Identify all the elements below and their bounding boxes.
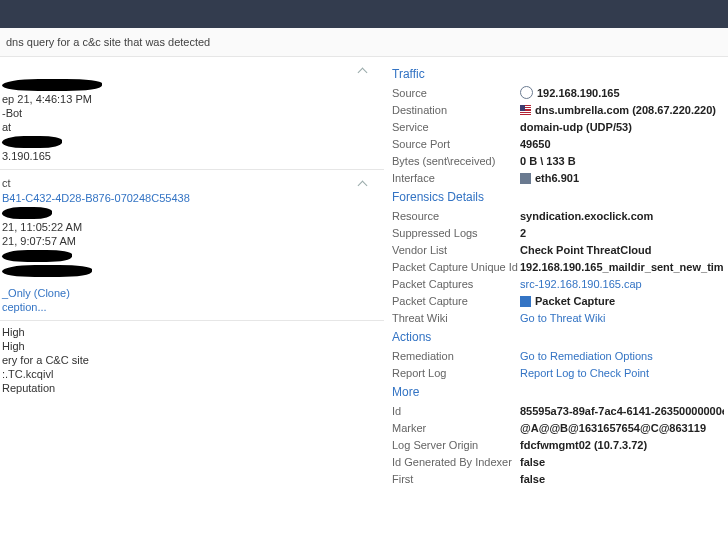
- label: Log Server Origin: [392, 439, 520, 451]
- value-source-port: 49650: [520, 138, 724, 150]
- flag-us-icon: [520, 105, 531, 116]
- label: Resource: [392, 210, 520, 222]
- section-more-title: More: [392, 385, 724, 399]
- exception-link[interactable]: ception...: [2, 301, 47, 313]
- value-suppressed: 2: [520, 227, 724, 239]
- value-marker: @A@@B@1631657654@C@863119: [520, 422, 724, 434]
- chevron-up-icon: [358, 181, 368, 191]
- severity-2: High: [0, 339, 384, 353]
- label: Source Port: [392, 138, 520, 150]
- right-panel: Traffic Source192.168.190.165 Destinatio…: [386, 57, 728, 534]
- label: Packet Capture Unique Id: [392, 261, 520, 273]
- pcap-download-link[interactable]: src-192.168.190.165.cap: [520, 278, 642, 290]
- section-header: ct: [0, 174, 384, 191]
- label: Bytes (sent\received): [392, 155, 520, 167]
- value-interface: eth6.901: [520, 172, 724, 184]
- redacted-field: [0, 77, 384, 92]
- label: Service: [392, 121, 520, 133]
- uuid-link[interactable]: B41-C432-4D28-B876-070248C55438: [2, 192, 190, 204]
- label: Source: [392, 87, 520, 99]
- section-traffic-title: Traffic: [392, 67, 724, 81]
- label: Destination: [392, 104, 520, 116]
- value-packet-capture: Packet Capture: [520, 295, 724, 307]
- threat-wiki-link[interactable]: Go to Threat Wiki: [520, 312, 605, 324]
- event-description: dns query for a c&c site that was detect…: [0, 28, 728, 57]
- value-service: domain-udp (UDP/53): [520, 121, 724, 133]
- label: Report Log: [392, 367, 520, 379]
- section-forensics-title: Forensics Details: [392, 190, 724, 204]
- remediation-link[interactable]: Go to Remediation Options: [520, 350, 653, 362]
- redacted-field: [0, 205, 384, 220]
- main-content: ep 21, 4:46:13 PM -Bot at 3.190.165 ct B…: [0, 57, 728, 534]
- severity-1: High: [0, 325, 384, 339]
- value-source-ip: 192.168.190.165: [520, 86, 724, 99]
- profile-line-1: -Bot: [0, 106, 384, 120]
- top-bar: [0, 0, 728, 28]
- policy-clone-link[interactable]: _Only (Clone): [2, 287, 70, 299]
- profile-line-2: at: [0, 120, 384, 134]
- label: Packet Capture: [392, 295, 520, 307]
- redacted-field: [0, 263, 384, 278]
- value-generated: false: [520, 456, 724, 468]
- source-ip: 3.190.165: [0, 149, 384, 163]
- timestamp-2: 21, 9:07:57 AM: [0, 234, 384, 248]
- value-pcap-id: 192.168.190.165_maildir_sent_new_time163…: [520, 261, 724, 273]
- packet-capture-icon: [520, 296, 531, 307]
- collapse-toggle[interactable]: [0, 63, 384, 77]
- label: First: [392, 473, 520, 485]
- label: Interface: [392, 172, 520, 184]
- value-resource: syndication.exoclick.com: [520, 210, 724, 222]
- event-time: ep 21, 4:46:13 PM: [0, 92, 384, 106]
- label: Threat Wiki: [392, 312, 520, 324]
- label: Marker: [392, 422, 520, 434]
- value-log-id: 85595a73-89af-7ac4-6141-26350000000e: [520, 405, 724, 417]
- redacted-field: [0, 248, 384, 263]
- chevron-up-icon: [358, 68, 368, 77]
- label: Suppressed Logs: [392, 227, 520, 239]
- value-bytes: 0 B \ 133 B: [520, 155, 724, 167]
- timestamp-1: 21, 11:05:22 AM: [0, 220, 384, 234]
- report-log-link[interactable]: Report Log to Check Point: [520, 367, 649, 379]
- redacted-field: [0, 134, 384, 149]
- label: Id Generated By Indexer: [392, 456, 520, 468]
- interface-icon: [520, 173, 531, 184]
- intel-source: Reputation: [0, 381, 384, 395]
- label: Id: [392, 405, 520, 417]
- section-actions-title: Actions: [392, 330, 724, 344]
- label: Remediation: [392, 350, 520, 362]
- value-first: false: [520, 473, 724, 485]
- label: Packet Captures: [392, 278, 520, 290]
- rule-id: :.TC.kcqivl: [0, 367, 384, 381]
- value-vendor: Check Point ThreatCloud: [520, 244, 724, 256]
- left-panel: ep 21, 4:46:13 PM -Bot at 3.190.165 ct B…: [0, 57, 386, 534]
- globe-icon: [520, 86, 533, 99]
- rule-description: ery for a C&C site: [0, 353, 384, 367]
- value-log-origin: fdcfwmgmt02 (10.7.3.72): [520, 439, 724, 451]
- label: Vendor List: [392, 244, 520, 256]
- value-destination: dns.umbrella.com (208.67.220.220): [520, 104, 724, 116]
